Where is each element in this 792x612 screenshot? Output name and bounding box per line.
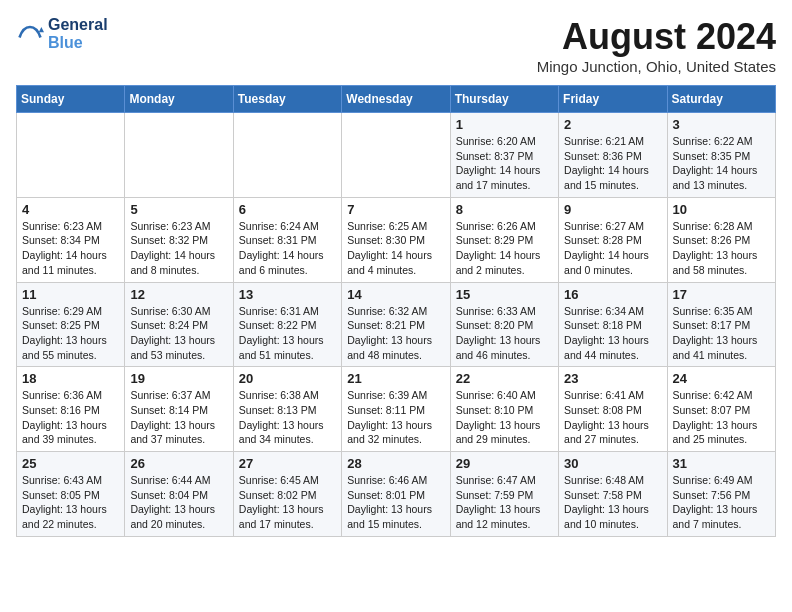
day-cell: 27Sunrise: 6:45 AM Sunset: 8:02 PM Dayli… — [233, 452, 341, 537]
day-cell: 16Sunrise: 6:34 AM Sunset: 8:18 PM Dayli… — [559, 282, 667, 367]
day-cell: 4Sunrise: 6:23 AM Sunset: 8:34 PM Daylig… — [17, 197, 125, 282]
day-number: 25 — [22, 456, 119, 471]
day-cell — [125, 113, 233, 198]
day-number: 4 — [22, 202, 119, 217]
day-cell: 26Sunrise: 6:44 AM Sunset: 8:04 PM Dayli… — [125, 452, 233, 537]
day-info: Sunrise: 6:25 AM Sunset: 8:30 PM Dayligh… — [347, 219, 444, 278]
day-cell: 11Sunrise: 6:29 AM Sunset: 8:25 PM Dayli… — [17, 282, 125, 367]
day-info: Sunrise: 6:31 AM Sunset: 8:22 PM Dayligh… — [239, 304, 336, 363]
day-number: 5 — [130, 202, 227, 217]
day-number: 15 — [456, 287, 553, 302]
day-info: Sunrise: 6:23 AM Sunset: 8:34 PM Dayligh… — [22, 219, 119, 278]
week-row-4: 18Sunrise: 6:36 AM Sunset: 8:16 PM Dayli… — [17, 367, 776, 452]
day-cell: 24Sunrise: 6:42 AM Sunset: 8:07 PM Dayli… — [667, 367, 775, 452]
calendar-body: 1Sunrise: 6:20 AM Sunset: 8:37 PM Daylig… — [17, 113, 776, 537]
header-cell-wednesday: Wednesday — [342, 86, 450, 113]
day-number: 9 — [564, 202, 661, 217]
day-number: 28 — [347, 456, 444, 471]
day-info: Sunrise: 6:26 AM Sunset: 8:29 PM Dayligh… — [456, 219, 553, 278]
day-number: 20 — [239, 371, 336, 386]
day-number: 18 — [22, 371, 119, 386]
day-number: 23 — [564, 371, 661, 386]
header-cell-monday: Monday — [125, 86, 233, 113]
day-info: Sunrise: 6:33 AM Sunset: 8:20 PM Dayligh… — [456, 304, 553, 363]
title-area: August 2024 Mingo Junction, Ohio, United… — [537, 16, 776, 75]
day-cell: 2Sunrise: 6:21 AM Sunset: 8:36 PM Daylig… — [559, 113, 667, 198]
day-info: Sunrise: 6:28 AM Sunset: 8:26 PM Dayligh… — [673, 219, 770, 278]
day-cell: 1Sunrise: 6:20 AM Sunset: 8:37 PM Daylig… — [450, 113, 558, 198]
day-info: Sunrise: 6:34 AM Sunset: 8:18 PM Dayligh… — [564, 304, 661, 363]
calendar-table: SundayMondayTuesdayWednesdayThursdayFrid… — [16, 85, 776, 537]
day-cell: 28Sunrise: 6:46 AM Sunset: 8:01 PM Dayli… — [342, 452, 450, 537]
day-info: Sunrise: 6:49 AM Sunset: 7:56 PM Dayligh… — [673, 473, 770, 532]
header-row: SundayMondayTuesdayWednesdayThursdayFrid… — [17, 86, 776, 113]
week-row-5: 25Sunrise: 6:43 AM Sunset: 8:05 PM Dayli… — [17, 452, 776, 537]
header-cell-friday: Friday — [559, 86, 667, 113]
day-number: 22 — [456, 371, 553, 386]
calendar-subtitle: Mingo Junction, Ohio, United States — [537, 58, 776, 75]
day-number: 27 — [239, 456, 336, 471]
day-cell: 25Sunrise: 6:43 AM Sunset: 8:05 PM Dayli… — [17, 452, 125, 537]
day-number: 17 — [673, 287, 770, 302]
day-number: 14 — [347, 287, 444, 302]
day-number: 26 — [130, 456, 227, 471]
calendar-header: SundayMondayTuesdayWednesdayThursdayFrid… — [17, 86, 776, 113]
day-info: Sunrise: 6:43 AM Sunset: 8:05 PM Dayligh… — [22, 473, 119, 532]
day-info: Sunrise: 6:45 AM Sunset: 8:02 PM Dayligh… — [239, 473, 336, 532]
day-cell: 12Sunrise: 6:30 AM Sunset: 8:24 PM Dayli… — [125, 282, 233, 367]
header-cell-tuesday: Tuesday — [233, 86, 341, 113]
day-info: Sunrise: 6:48 AM Sunset: 7:58 PM Dayligh… — [564, 473, 661, 532]
week-row-1: 1Sunrise: 6:20 AM Sunset: 8:37 PM Daylig… — [17, 113, 776, 198]
header-cell-saturday: Saturday — [667, 86, 775, 113]
day-cell: 6Sunrise: 6:24 AM Sunset: 8:31 PM Daylig… — [233, 197, 341, 282]
logo-line1: General — [48, 16, 108, 34]
calendar-title: August 2024 — [537, 16, 776, 58]
day-cell: 8Sunrise: 6:26 AM Sunset: 8:29 PM Daylig… — [450, 197, 558, 282]
day-info: Sunrise: 6:30 AM Sunset: 8:24 PM Dayligh… — [130, 304, 227, 363]
day-number: 2 — [564, 117, 661, 132]
day-info: Sunrise: 6:39 AM Sunset: 8:11 PM Dayligh… — [347, 388, 444, 447]
day-info: Sunrise: 6:38 AM Sunset: 8:13 PM Dayligh… — [239, 388, 336, 447]
day-cell — [17, 113, 125, 198]
day-info: Sunrise: 6:23 AM Sunset: 8:32 PM Dayligh… — [130, 219, 227, 278]
day-info: Sunrise: 6:21 AM Sunset: 8:36 PM Dayligh… — [564, 134, 661, 193]
day-info: Sunrise: 6:27 AM Sunset: 8:28 PM Dayligh… — [564, 219, 661, 278]
day-number: 31 — [673, 456, 770, 471]
day-number: 16 — [564, 287, 661, 302]
day-number: 3 — [673, 117, 770, 132]
week-row-2: 4Sunrise: 6:23 AM Sunset: 8:34 PM Daylig… — [17, 197, 776, 282]
day-cell: 14Sunrise: 6:32 AM Sunset: 8:21 PM Dayli… — [342, 282, 450, 367]
day-number: 21 — [347, 371, 444, 386]
day-info: Sunrise: 6:32 AM Sunset: 8:21 PM Dayligh… — [347, 304, 444, 363]
logo-icon — [16, 20, 44, 48]
day-info: Sunrise: 6:42 AM Sunset: 8:07 PM Dayligh… — [673, 388, 770, 447]
day-cell: 7Sunrise: 6:25 AM Sunset: 8:30 PM Daylig… — [342, 197, 450, 282]
day-number: 19 — [130, 371, 227, 386]
day-cell: 30Sunrise: 6:48 AM Sunset: 7:58 PM Dayli… — [559, 452, 667, 537]
day-number: 24 — [673, 371, 770, 386]
day-info: Sunrise: 6:46 AM Sunset: 8:01 PM Dayligh… — [347, 473, 444, 532]
day-info: Sunrise: 6:40 AM Sunset: 8:10 PM Dayligh… — [456, 388, 553, 447]
logo: General Blue — [16, 16, 108, 51]
day-cell: 19Sunrise: 6:37 AM Sunset: 8:14 PM Dayli… — [125, 367, 233, 452]
day-number: 12 — [130, 287, 227, 302]
week-row-3: 11Sunrise: 6:29 AM Sunset: 8:25 PM Dayli… — [17, 282, 776, 367]
day-info: Sunrise: 6:36 AM Sunset: 8:16 PM Dayligh… — [22, 388, 119, 447]
day-info: Sunrise: 6:41 AM Sunset: 8:08 PM Dayligh… — [564, 388, 661, 447]
day-number: 10 — [673, 202, 770, 217]
day-cell: 22Sunrise: 6:40 AM Sunset: 8:10 PM Dayli… — [450, 367, 558, 452]
day-number: 7 — [347, 202, 444, 217]
day-cell: 18Sunrise: 6:36 AM Sunset: 8:16 PM Dayli… — [17, 367, 125, 452]
day-cell: 15Sunrise: 6:33 AM Sunset: 8:20 PM Dayli… — [450, 282, 558, 367]
day-info: Sunrise: 6:20 AM Sunset: 8:37 PM Dayligh… — [456, 134, 553, 193]
day-cell: 31Sunrise: 6:49 AM Sunset: 7:56 PM Dayli… — [667, 452, 775, 537]
day-cell: 29Sunrise: 6:47 AM Sunset: 7:59 PM Dayli… — [450, 452, 558, 537]
day-cell: 10Sunrise: 6:28 AM Sunset: 8:26 PM Dayli… — [667, 197, 775, 282]
header-cell-thursday: Thursday — [450, 86, 558, 113]
day-number: 6 — [239, 202, 336, 217]
day-info: Sunrise: 6:29 AM Sunset: 8:25 PM Dayligh… — [22, 304, 119, 363]
day-number: 8 — [456, 202, 553, 217]
day-info: Sunrise: 6:44 AM Sunset: 8:04 PM Dayligh… — [130, 473, 227, 532]
day-number: 11 — [22, 287, 119, 302]
day-cell: 9Sunrise: 6:27 AM Sunset: 8:28 PM Daylig… — [559, 197, 667, 282]
